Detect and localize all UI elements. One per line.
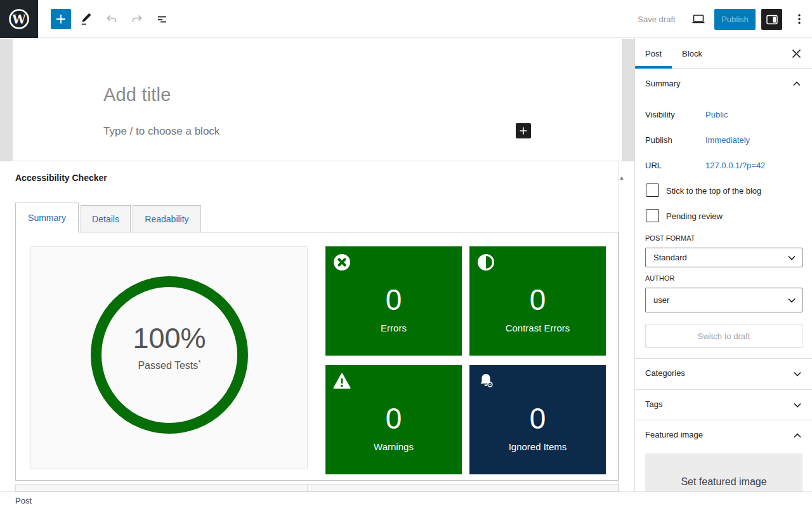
- tab-details[interactable]: Details: [81, 205, 131, 232]
- wordpress-block-editor: W Save draft: [0, 0, 812, 508]
- sidebar-panel-icon: [766, 13, 778, 26]
- undo-icon: [105, 12, 119, 26]
- editor-footer: Post: [0, 491, 812, 508]
- settings-sidebar: Post Block Summary Visibility Public Pub…: [634, 38, 812, 491]
- close-icon: [791, 48, 802, 59]
- undo-button[interactable]: [102, 9, 122, 29]
- laptop-icon: [691, 11, 706, 27]
- kebab-menu-icon: [793, 13, 806, 25]
- summary-section-header[interactable]: Summary: [645, 79, 681, 88]
- pending-review-checkbox[interactable]: [646, 209, 659, 222]
- redo-button[interactable]: [127, 9, 147, 29]
- tab-block[interactable]: Block: [672, 38, 712, 69]
- contrast-errors-count: 0: [530, 285, 546, 314]
- post-format-value: Standard: [653, 253, 687, 262]
- close-sidebar-button[interactable]: [790, 47, 802, 60]
- visibility-value-link[interactable]: Public: [705, 110, 728, 119]
- plus-icon: [519, 126, 528, 135]
- author-value: user: [653, 295, 669, 305]
- post-title-input[interactable]: Add title: [103, 84, 171, 105]
- svg-text:W: W: [11, 12, 26, 26]
- wordpress-icon: W: [8, 8, 30, 30]
- pending-review-label: Pending review: [666, 211, 723, 221]
- post-format-label: Post format: [645, 234, 695, 242]
- publish-date-label: Publish: [645, 135, 672, 145]
- chevron-up-icon[interactable]: [793, 81, 801, 86]
- author-select[interactable]: user: [645, 288, 802, 312]
- edit-mode-button[interactable]: [76, 9, 96, 29]
- passed-tests-label: Passed Tests*: [30, 359, 308, 371]
- wordpress-logo[interactable]: W: [0, 0, 38, 38]
- save-draft-button[interactable]: Save draft: [634, 0, 679, 38]
- clipped-results-row: [15, 484, 619, 491]
- post-format-select[interactable]: Standard: [645, 248, 802, 267]
- plus-icon: [55, 13, 67, 25]
- publish-date-value-link[interactable]: Immediately: [705, 135, 750, 145]
- publish-button[interactable]: Publish: [714, 9, 756, 30]
- options-menu-button[interactable]: [789, 9, 809, 29]
- clipped-results-divider: [307, 485, 308, 491]
- tab-summary[interactable]: Summary: [15, 203, 79, 232]
- categories-panel-toggle[interactable]: Categories: [635, 359, 812, 389]
- categories-label: Categories: [645, 368, 685, 378]
- bell-muted-icon: [477, 372, 495, 390]
- ignored-items-tile: 0 Ignored Items: [469, 365, 606, 474]
- editor-canvas-wrapper: Add title Type / to choose a block: [0, 39, 634, 161]
- metabox-right-border: [619, 161, 619, 491]
- breadcrumb: Post: [15, 496, 32, 505]
- set-featured-image-button[interactable]: Set featured image: [645, 453, 802, 491]
- document-overview-button[interactable]: [152, 9, 173, 29]
- pencil-icon: [79, 12, 93, 26]
- settings-sidebar-toggle[interactable]: [761, 9, 782, 30]
- passed-tests-card: 100% Passed Tests*: [30, 246, 308, 469]
- passed-tests-text: 100% Passed Tests*: [30, 322, 308, 371]
- warnings-tile: 0 Warnings: [325, 365, 462, 474]
- tags-panel-toggle[interactable]: Tags: [635, 390, 812, 420]
- accessibility-checker-metabox: Accessibility Checker ▲ Summary Details …: [0, 161, 634, 491]
- sidebar-tabs: Post Block: [635, 38, 812, 69]
- summary-tab-panel: 100% Passed Tests* 0 Errors: [15, 232, 619, 481]
- switch-to-draft-button[interactable]: Switch to draft: [645, 324, 802, 348]
- list-view-icon: [155, 12, 169, 26]
- stick-to-top-checkbox[interactable]: [646, 184, 659, 197]
- passed-tests-percent: 100%: [30, 322, 308, 355]
- tags-label: Tags: [645, 399, 662, 409]
- chevron-up-icon: [794, 433, 801, 438]
- ignored-items-count: 0: [530, 404, 546, 433]
- url-value-link[interactable]: 127.0.0.1/?p=42: [705, 161, 765, 170]
- dismiss-circle-icon: [333, 253, 351, 271]
- block-inserter-toggle[interactable]: [51, 9, 71, 29]
- empty-block-placeholder[interactable]: Type / to choose a block: [103, 125, 219, 138]
- visibility-label: Visibility: [645, 110, 675, 119]
- preview-button[interactable]: [688, 9, 709, 29]
- contrast-errors-tile: 0 Contrast Errors: [469, 246, 606, 356]
- tab-readability[interactable]: Readability: [133, 205, 201, 232]
- contrast-icon: [477, 253, 495, 271]
- metabox-collapse-button[interactable]: ▲: [615, 171, 628, 184]
- block-inserter-button[interactable]: [516, 123, 531, 138]
- post-canvas[interactable]: Add title Type / to choose a block: [13, 39, 622, 161]
- chevron-down-icon: [794, 371, 801, 377]
- ignored-items-label: Ignored Items: [509, 441, 567, 452]
- redo-icon: [130, 12, 144, 26]
- tab-post[interactable]: Post: [635, 38, 672, 69]
- featured-image-label: Featured image: [645, 430, 703, 439]
- stick-to-top-label: Stick to the top of the blog: [666, 186, 761, 196]
- passed-tests-asterisk: *: [198, 359, 200, 366]
- featured-image-panel-toggle[interactable]: Featured image: [635, 420, 812, 451]
- metabox-title: Accessibility Checker: [15, 173, 107, 183]
- errors-label: Errors: [381, 323, 407, 333]
- warnings-count: 0: [386, 404, 402, 433]
- warnings-label: Warnings: [374, 441, 414, 452]
- chevron-down-icon: [794, 403, 801, 408]
- contrast-errors-label: Contrast Errors: [506, 323, 570, 333]
- url-label: URL: [645, 161, 662, 170]
- chevron-down-icon: [788, 298, 796, 303]
- passed-tests-label-text: Passed Tests: [138, 360, 198, 371]
- errors-count: 0: [386, 285, 402, 314]
- errors-tile: 0 Errors: [325, 246, 462, 356]
- warning-triangle-icon: [333, 372, 351, 390]
- author-label: Author: [645, 274, 674, 282]
- chevron-down-icon: [788, 255, 796, 260]
